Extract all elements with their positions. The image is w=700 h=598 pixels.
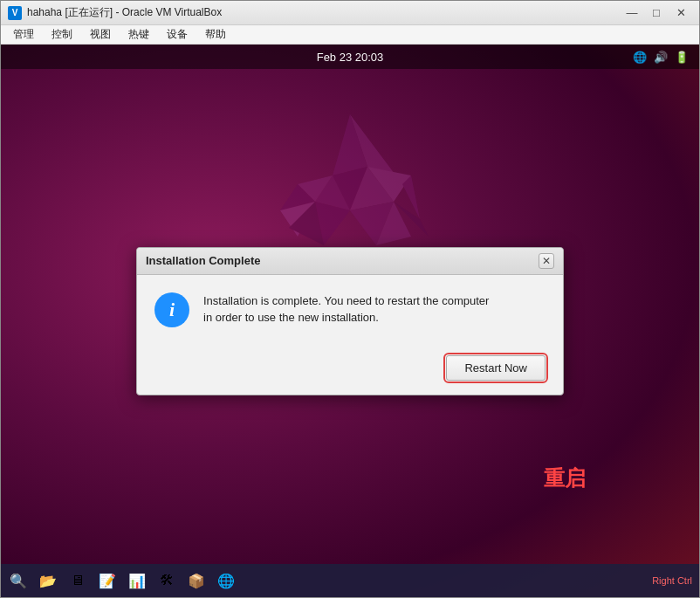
dialog-body: i Installation is complete. You need to … (137, 275, 563, 345)
app-icon: V (8, 6, 22, 20)
dialog-title: Installation Complete (146, 254, 260, 267)
menu-bar: 管理 控制 视图 热键 设备 帮助 (1, 25, 699, 45)
dialog-footer: Restart Now (137, 345, 563, 395)
dialog-close-button[interactable]: ✕ (539, 253, 554, 269)
window-controls: — □ ✕ (621, 4, 692, 22)
window-title: hahaha [正在运行] - Oracle VM VirtualBox (27, 5, 621, 20)
maximize-button[interactable]: □ (645, 4, 668, 22)
restart-now-button[interactable]: Restart Now (446, 355, 546, 381)
vm-viewport[interactable]: Feb 23 20:03 🌐 🔊 🔋 重启 Installation Compl… (1, 45, 699, 597)
close-button[interactable]: ✕ (669, 4, 692, 22)
info-icon: i (154, 292, 189, 327)
menu-help[interactable]: 帮助 (198, 25, 233, 44)
message-line2: in order to use the new installation. (203, 311, 379, 324)
title-bar: V hahaha [正在运行] - Oracle VM VirtualBox —… (1, 1, 699, 25)
installation-complete-dialog: Installation Complete ✕ i Installation i… (136, 247, 564, 395)
dialog-overlay: Installation Complete ✕ i Installation i… (1, 45, 699, 597)
menu-view[interactable]: 视图 (83, 25, 118, 44)
menu-devices[interactable]: 设备 (160, 25, 195, 44)
dialog-message: Installation is complete. You need to re… (203, 292, 546, 326)
dialog-title-bar: Installation Complete ✕ (137, 248, 563, 275)
menu-manage[interactable]: 管理 (6, 25, 41, 44)
menu-hotkeys[interactable]: 热键 (121, 25, 156, 44)
menu-control[interactable]: 控制 (45, 25, 79, 44)
virtualbox-window: V hahaha [正在运行] - Oracle VM VirtualBox —… (0, 0, 700, 598)
minimize-button[interactable]: — (621, 4, 643, 22)
message-line1: Installation is complete. You need to re… (203, 294, 489, 307)
